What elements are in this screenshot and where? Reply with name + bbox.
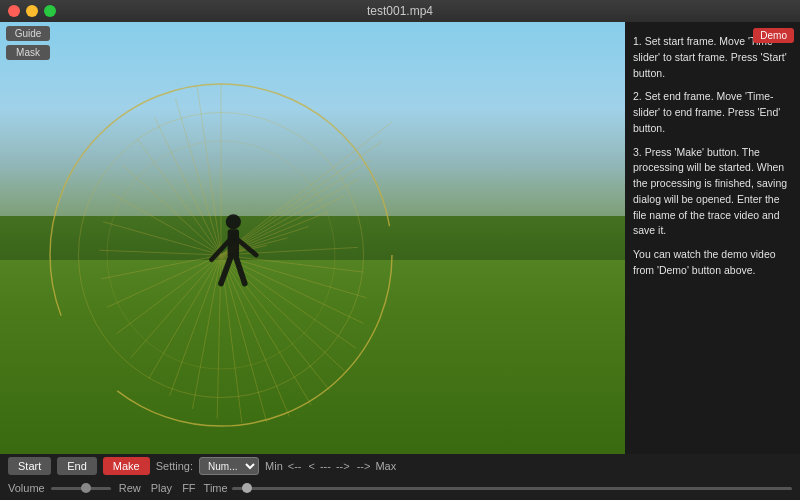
- svg-line-19: [111, 193, 221, 255]
- time-slider-container: Time: [204, 482, 792, 494]
- svg-point-41: [226, 214, 241, 229]
- video-canvas: Guide Mask: [0, 22, 625, 454]
- end-button[interactable]: End: [57, 457, 97, 475]
- ff-button[interactable]: FF: [180, 482, 197, 494]
- sidebar-panel: Demo 1. Set start frame. Move 'Time-slid…: [625, 22, 800, 454]
- rew-button[interactable]: Rew: [117, 482, 143, 494]
- instruction-demo: You can watch the demo video from 'Demo'…: [633, 247, 792, 279]
- arrow-left-double[interactable]: <--: [286, 460, 304, 472]
- bottom-bar: Start End Make Setting: Num... Min <-- <…: [0, 454, 800, 500]
- close-button[interactable]: [8, 5, 20, 17]
- divider: ---: [320, 460, 331, 472]
- arrow-right-single[interactable]: -->: [334, 460, 352, 472]
- svg-line-5: [221, 160, 371, 255]
- minimize-button[interactable]: [26, 5, 38, 17]
- main-content: Guide Mask Demo 1. Set start frame. Move…: [0, 22, 800, 454]
- svg-line-15: [176, 98, 222, 255]
- svg-line-17: [138, 139, 222, 255]
- demo-button[interactable]: Demo: [753, 28, 794, 43]
- arrow-controls: Min <-- < --- --> --> Max: [265, 460, 396, 472]
- svg-line-4: [221, 141, 383, 255]
- start-button[interactable]: Start: [8, 457, 51, 475]
- controls-row2: Volume Rew Play FF Time: [0, 477, 800, 499]
- video-overlay-buttons: Guide Mask: [6, 26, 50, 60]
- volume-slider-container: [51, 487, 111, 490]
- controls-row1: Start End Make Setting: Num... Min <-- <…: [0, 455, 800, 477]
- arrow-right-double[interactable]: -->: [355, 460, 373, 472]
- mask-button[interactable]: Mask: [6, 45, 50, 60]
- instructions: 1. Set start frame. Move 'Time-slider' t…: [633, 30, 792, 279]
- setting-label: Setting:: [156, 460, 193, 472]
- maximize-button[interactable]: [44, 5, 56, 17]
- play-button[interactable]: Play: [149, 482, 174, 494]
- video-area: Guide Mask: [0, 22, 625, 454]
- title-bar: test001.mp4: [0, 0, 800, 22]
- svg-line-37: [221, 255, 364, 323]
- max-label: Max: [375, 460, 396, 472]
- time-label: Time: [204, 482, 228, 494]
- svg-line-18: [122, 165, 221, 255]
- arrow-left-single[interactable]: <: [307, 460, 317, 472]
- svg-line-24: [117, 255, 222, 334]
- time-slider[interactable]: [232, 487, 792, 490]
- svg-line-3: [221, 122, 392, 255]
- volume-slider[interactable]: [51, 487, 111, 490]
- min-label: Min: [265, 460, 283, 472]
- volume-slider-thumb: [81, 483, 91, 493]
- window-title: test001.mp4: [367, 4, 433, 18]
- svg-line-23: [107, 255, 221, 307]
- svg-line-20: [103, 222, 221, 255]
- time-slider-thumb: [242, 483, 252, 493]
- swing-arc: [31, 65, 411, 445]
- traffic-lights: [8, 5, 56, 17]
- volume-label: Volume: [8, 482, 45, 494]
- svg-line-45: [221, 258, 231, 284]
- setting-select[interactable]: Num...: [199, 457, 259, 475]
- instruction-step2: 2. Set end frame. Move 'Time-slider' to …: [633, 89, 792, 136]
- guide-button[interactable]: Guide: [6, 26, 50, 41]
- instruction-step3: 3. Press 'Make' button. The processing w…: [633, 145, 792, 240]
- svg-line-21: [100, 250, 222, 255]
- svg-line-27: [170, 255, 221, 396]
- svg-line-28: [193, 255, 222, 409]
- svg-line-26: [149, 255, 221, 379]
- make-button[interactable]: Make: [103, 457, 150, 475]
